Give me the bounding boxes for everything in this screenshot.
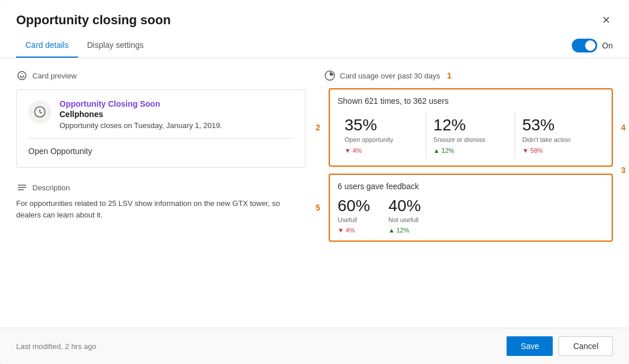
card-subtitle: Cellphones	[59, 110, 293, 119]
annotation-2: 2	[316, 123, 321, 132]
stat-open: 35% Open opportunity ▼ 4%	[338, 111, 427, 159]
description-title: Description	[32, 183, 70, 192]
on-off-toggle[interactable]	[572, 39, 597, 52]
description-label: Description	[16, 182, 306, 193]
feedback-box: 6 users gave feedback 60% Usefull ▼ 4% 4…	[329, 174, 613, 242]
feedback-not-useful-change: ▲ 12%	[389, 227, 421, 234]
card-preview-text: Card preview	[32, 72, 77, 80]
annotation-5: 5	[316, 203, 321, 212]
feedback-useful-change: ▼ 4%	[338, 227, 370, 234]
stat-open-label: Open opportunity	[345, 136, 419, 144]
feedback-title: 6 users gave feedback	[338, 182, 604, 191]
tabs-bar: Card details Display settings On	[0, 33, 629, 58]
feedback-stats: 60% Usefull ▼ 4% 40% Not usefull ▲ 12%	[338, 197, 604, 234]
right-panel: Card usage over past 30 days 1 2 4 Shown…	[324, 70, 613, 316]
card-action-area: Open Opportunity	[28, 138, 293, 158]
cancel-button[interactable]: Cancel	[559, 336, 613, 356]
annotation-1: 1	[447, 71, 452, 80]
card-opportunity-title: Opportunity Closing Soon	[59, 99, 293, 108]
right-wrapper: 2 4 Shown 621 times, to 362 users 35% Op…	[324, 88, 613, 242]
card-description: Opportunity closes on Tuesday, January 1…	[59, 121, 293, 130]
feedback-useful: 60% Usefull ▼ 4%	[338, 197, 370, 234]
annotation-3: 3	[621, 166, 626, 175]
card-info: Opportunity Closing Soon Cellphones Oppo…	[59, 99, 293, 130]
card-preview-label: Card preview	[16, 70, 306, 81]
svg-point-0	[18, 72, 26, 80]
stat-snooze-change: ▲ 12%	[433, 147, 508, 154]
card-icon	[28, 100, 51, 123]
toggle-wrap: On	[572, 39, 613, 52]
feedback-useful-pct: 60%	[338, 197, 370, 215]
stats-outer: 2 4 Shown 621 times, to 362 users 35% Op…	[329, 88, 613, 167]
open-opportunity-button[interactable]: Open Opportunity	[28, 144, 92, 158]
stat-no-action-change: ▼ 58%	[522, 147, 597, 154]
stat-no-action-label: Didn't take action	[522, 136, 597, 144]
card-header: Opportunity Closing Soon Cellphones Oppo…	[28, 99, 293, 130]
feedback-not-useful: 40% Not usefull ▲ 12%	[389, 197, 421, 234]
stat-open-pct: 35%	[345, 116, 419, 134]
description-body: For opportunities related to 25 LSV show…	[16, 198, 306, 220]
toggle-label: On	[602, 41, 613, 50]
preview-icon	[16, 70, 28, 81]
stat-open-change: ▼ 4%	[345, 147, 419, 154]
card-preview-box: Opportunity Closing Soon Cellphones Oppo…	[16, 89, 306, 168]
usage-icon	[324, 70, 336, 81]
modal-header: Opportunity closing soon ✕	[0, 0, 629, 29]
tab-card-details[interactable]: Card details	[16, 33, 78, 58]
feedback-useful-label: Usefull	[338, 216, 370, 223]
modal-footer: Last modified, 2 hrs ago Save Cancel	[0, 328, 629, 364]
feedback-outer: 3 5 6 users gave feedback 60% Usefull ▼ …	[329, 174, 613, 242]
usage-header: Card usage over past 30 days 1	[324, 70, 613, 81]
modal-body: Card preview Opportunity Closing Soon Ce…	[0, 58, 629, 328]
annotation-4: 4	[621, 123, 626, 132]
feedback-not-useful-pct: 40%	[389, 197, 421, 215]
description-section: Description For opportunities related to…	[16, 182, 306, 220]
stat-snooze: 12% Snooze or dismiss ▲ 12%	[426, 111, 515, 159]
close-button[interactable]: ✕	[600, 12, 613, 29]
shown-text: Shown 621 times, to 362 users	[338, 96, 604, 106]
stats-row: 35% Open opportunity ▼ 4% 12% Snooze or …	[338, 111, 604, 159]
save-button[interactable]: Save	[507, 336, 553, 356]
modal: Opportunity closing soon ✕ Card details …	[0, 0, 629, 364]
tab-display-settings[interactable]: Display settings	[78, 33, 153, 58]
tab-list: Card details Display settings	[16, 33, 153, 58]
stat-no-action-pct: 53%	[522, 116, 597, 134]
last-modified: Last modified, 2 hrs ago	[16, 342, 96, 351]
stat-snooze-label: Snooze or dismiss	[433, 136, 508, 144]
feedback-not-useful-label: Not usefull	[389, 216, 421, 223]
modal-title: Opportunity closing soon	[16, 13, 171, 28]
usage-title: Card usage over past 30 days	[340, 72, 440, 80]
stats-box: Shown 621 times, to 362 users 35% Open o…	[329, 88, 613, 167]
description-icon	[16, 182, 28, 193]
stat-no-action: 53% Didn't take action ▼ 58%	[515, 111, 604, 159]
footer-buttons: Save Cancel	[507, 336, 613, 356]
left-panel: Card preview Opportunity Closing Soon Ce…	[16, 70, 306, 316]
stat-snooze-pct: 12%	[433, 116, 508, 134]
